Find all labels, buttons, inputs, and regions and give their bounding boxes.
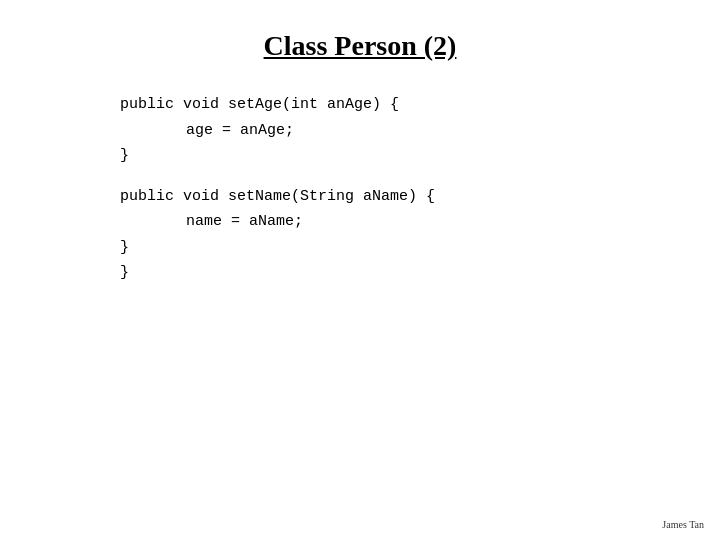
setname-close: } xyxy=(120,235,680,261)
footer-right: Tan xyxy=(689,519,704,530)
footer-left: James xyxy=(662,519,686,530)
setname-body: name = aName; xyxy=(120,209,680,235)
setage-close: } xyxy=(120,143,680,169)
setage-body: age = anAge; xyxy=(120,118,680,144)
code-block: public void setAge(int anAge) { age = an… xyxy=(120,92,680,286)
outer-close: } xyxy=(120,260,680,286)
footer: James Tan xyxy=(662,519,704,530)
spacer-1 xyxy=(120,169,680,184)
slide-container: Class Person (2) public void setAge(int … xyxy=(0,0,720,540)
slide-title: Class Person (2) xyxy=(264,30,457,62)
setname-signature: public void setName(String aName) { xyxy=(120,184,680,210)
setage-signature: public void setAge(int anAge) { xyxy=(120,92,680,118)
